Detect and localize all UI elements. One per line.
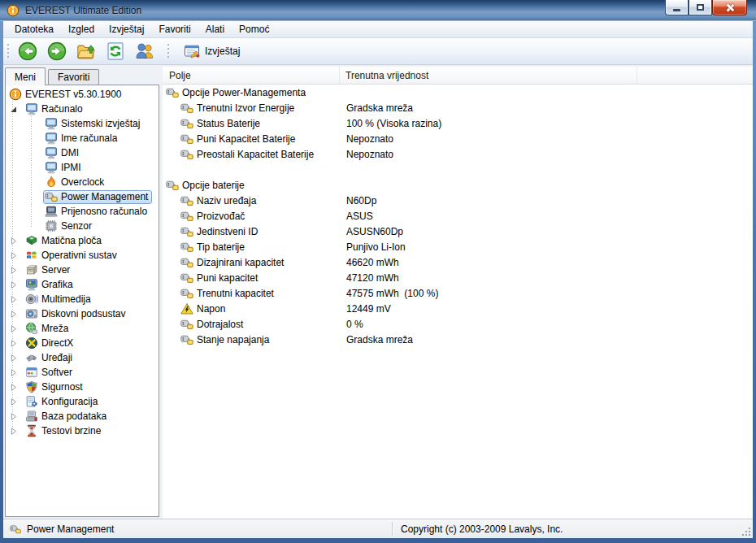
table-row[interactable]: Trenutni Izvor EnergijeGradska mreža — [163, 100, 753, 115]
field-label: Opcije Power-Managementa — [182, 87, 306, 98]
table-row[interactable]: Opcije Power-Managementa — [163, 85, 753, 100]
tree-item[interactable]: Grafika — [6, 277, 159, 292]
tree-item-label: Sigurnost — [41, 381, 83, 393]
tab-meni[interactable]: Meni — [5, 67, 46, 85]
table-row[interactable]: Naziv uređajaN60Dp — [163, 193, 753, 208]
resize-grip[interactable] — [740, 525, 750, 536]
back-button[interactable] — [16, 40, 39, 63]
column-header-extra[interactable] — [637, 67, 753, 84]
field-cell: Preostali Kapacitet Baterije — [163, 148, 346, 161]
table-row[interactable]: Stanje napajanjaGradska mreža — [163, 332, 753, 347]
menu-item-izgled[interactable]: Izgled — [61, 22, 102, 37]
tree-item-content: Grafika — [24, 278, 77, 292]
tree-item[interactable]: Testovi brzine — [6, 424, 159, 438]
value-cell: 100 % (Visoka razina) — [346, 118, 441, 129]
menu-item-favoriti[interactable]: Favoriti — [151, 22, 198, 37]
refresh-button[interactable] — [104, 40, 127, 63]
forward-button[interactable] — [46, 40, 68, 63]
tree-item[interactable]: Računalo — [6, 102, 159, 116]
up-button[interactable] — [75, 40, 98, 63]
report-button[interactable]: Izvještaj — [178, 41, 245, 62]
tree-item-label: Multimedija — [41, 293, 91, 305]
menu-item-izvjestaj[interactable]: Izvještaj — [102, 22, 151, 37]
value-cell: Nepoznato — [346, 149, 393, 160]
tree-item[interactable]: Ime računala — [6, 131, 159, 146]
title-bar[interactable]: EVEREST Ultimate Edition — [0, 0, 756, 21]
expand-icon[interactable] — [7, 295, 24, 304]
table-row[interactable]: Preostali Kapacitet BaterijeNepoznato — [163, 146, 753, 162]
table-row[interactable]: Tip baterijePunjivo Li-Ion — [163, 239, 753, 254]
expand-icon[interactable] — [7, 339, 24, 348]
field-cell: Opcije Power-Managementa — [163, 86, 346, 99]
tree-item-content: Konfiguracija — [24, 395, 102, 409]
tree-item-label: Grafika — [41, 279, 73, 290]
tree-item[interactable]: Matična ploča — [6, 233, 159, 248]
expand-icon[interactable] — [7, 310, 24, 319]
database-icon — [25, 410, 38, 423]
table-row[interactable]: Dizajnirani kapacitet46620 mWh — [163, 254, 753, 270]
users-button[interactable] — [133, 40, 156, 63]
table-row[interactable]: Trenutni kapacitet47575 mWh (100 %) — [163, 285, 753, 301]
collapsed-triangle-icon — [9, 383, 18, 392]
tab-favoriti[interactable]: Favoriti — [48, 69, 99, 85]
expand-icon[interactable] — [7, 354, 24, 363]
tree-item[interactable]: EVEREST v5.30.1900 — [6, 87, 159, 102]
table-row[interactable]: Puni kapacitet47120 mWh — [163, 270, 753, 285]
expand-icon[interactable] — [7, 397, 24, 406]
tree-item[interactable]: Uređaji — [6, 350, 159, 365]
tree-item[interactable]: IPMI — [6, 160, 159, 175]
expand-icon[interactable] — [7, 324, 24, 333]
close-button[interactable] — [712, 0, 747, 15]
tree-item[interactable]: Server — [6, 263, 159, 277]
power-icon — [180, 333, 193, 346]
expand-icon[interactable] — [7, 412, 24, 421]
menu-item-pomoc[interactable]: Pomoć — [232, 22, 276, 37]
tree-item[interactable]: Konfiguracija — [6, 394, 159, 409]
expand-icon[interactable] — [7, 251, 24, 260]
table-row[interactable]: ProizvođačASUS — [163, 208, 753, 224]
power-icon — [180, 210, 193, 223]
column-header-field[interactable]: Polje — [163, 67, 340, 84]
tree-item[interactable]: Mreža — [6, 321, 159, 336]
tree-item[interactable]: Operativni sustav — [6, 248, 159, 263]
tree-item-content: Mreža — [24, 322, 72, 336]
tree-item[interactable]: Power Management — [6, 189, 159, 204]
table-row[interactable]: Dotrajalost0 % — [163, 316, 753, 332]
computer-icon — [45, 117, 58, 130]
menu-item-alati[interactable]: Alati — [198, 22, 232, 37]
tree-item[interactable]: Baza podataka — [6, 409, 159, 424]
tree-item[interactable]: Sigurnost — [6, 380, 159, 394]
report-icon — [184, 43, 200, 59]
tree-item[interactable]: Overclock — [6, 175, 159, 189]
table-row[interactable]: Napon12449 mV — [163, 301, 753, 316]
tree-item[interactable]: Prijenosno računalo — [6, 204, 159, 219]
table-row[interactable]: Jedinstveni IDASUSN60Dp — [163, 224, 753, 239]
tree-item[interactable]: DirectX — [6, 336, 159, 350]
expand-icon[interactable] — [7, 383, 24, 392]
tree-item-content: Senzor — [43, 219, 96, 233]
tree-item-content: Prijenosno računalo — [43, 205, 151, 219]
tree-item-content: Sigurnost — [24, 380, 87, 394]
expand-icon[interactable] — [7, 427, 24, 436]
expand-icon[interactable] — [7, 266, 24, 275]
tree-item-content: Power Management — [43, 190, 152, 204]
tree-item-label: Overclock — [61, 176, 104, 188]
tree-item[interactable]: Diskovni podsustav — [6, 306, 159, 321]
expand-icon[interactable] — [7, 368, 24, 377]
table-row[interactable]: Opcije baterije — [163, 177, 753, 193]
tree-item[interactable]: Senzor — [6, 219, 159, 233]
tree-item[interactable]: Multimedija — [6, 292, 159, 306]
collapse-icon[interactable] — [7, 105, 24, 114]
menu-item-datoteka[interactable]: Datoteka — [7, 22, 61, 37]
maximize-button[interactable] — [689, 0, 712, 15]
tree-item[interactable]: DMI — [6, 146, 159, 160]
column-header-value[interactable]: Trenutna vrijednost — [340, 67, 637, 84]
minimize-button[interactable] — [665, 0, 689, 15]
table-row[interactable]: Status Baterije100 % (Visoka razina) — [163, 115, 753, 131]
status-bar-divider — [392, 522, 393, 536]
tree-item[interactable]: Sistemski izvještaj — [6, 116, 159, 131]
table-row[interactable]: Puni Kapacitet BaterijeNepoznato — [163, 131, 753, 146]
expand-icon[interactable] — [7, 237, 24, 245]
expand-icon[interactable] — [7, 280, 24, 289]
tree-item[interactable]: Softver — [6, 365, 159, 380]
